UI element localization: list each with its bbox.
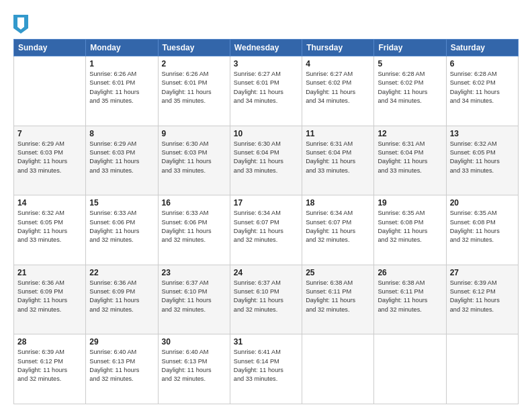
day-number: 14 xyxy=(17,198,82,208)
day-info: Sunrise: 6:38 AMSunset: 6:11 PMDaylight:… xyxy=(306,279,370,314)
calendar-cell: 23Sunrise: 6:37 AMSunset: 6:10 PMDayligh… xyxy=(158,265,230,334)
day-number: 19 xyxy=(378,198,442,208)
calendar-cell: 27Sunrise: 6:39 AMSunset: 6:12 PMDayligh… xyxy=(446,265,518,334)
day-number: 13 xyxy=(450,129,515,138)
day-info: Sunrise: 6:32 AMSunset: 6:05 PMDaylight:… xyxy=(450,140,515,175)
calendar-cell: 13Sunrise: 6:32 AMSunset: 6:05 PMDayligh… xyxy=(446,126,518,195)
day-number: 7 xyxy=(17,129,82,138)
day-number: 31 xyxy=(234,337,298,347)
day-info: Sunrise: 6:30 AMSunset: 6:04 PMDaylight:… xyxy=(234,140,298,175)
day-number: 22 xyxy=(89,268,154,277)
day-info: Sunrise: 6:29 AMSunset: 6:03 PMDaylight:… xyxy=(17,140,82,175)
day-info: Sunrise: 6:35 AMSunset: 6:08 PMDaylight:… xyxy=(450,209,515,244)
day-number: 21 xyxy=(17,268,82,277)
logo xyxy=(13,15,31,34)
day-number: 4 xyxy=(306,59,370,68)
day-number: 25 xyxy=(306,268,370,277)
day-info: Sunrise: 6:31 AMSunset: 6:04 PMDaylight:… xyxy=(306,140,370,175)
calendar-cell: 11Sunrise: 6:31 AMSunset: 6:04 PMDayligh… xyxy=(302,126,374,195)
day-info: Sunrise: 6:28 AMSunset: 6:02 PMDaylight:… xyxy=(378,70,442,105)
calendar-week-2: 7Sunrise: 6:29 AMSunset: 6:03 PMDaylight… xyxy=(14,126,519,195)
logo-icon xyxy=(13,15,28,34)
day-number: 23 xyxy=(162,268,226,277)
calendar-cell xyxy=(446,334,518,404)
day-number: 10 xyxy=(234,129,298,138)
calendar-table: SundayMondayTuesdayWednesdayThursdayFrid… xyxy=(13,39,519,404)
calendar-cell: 10Sunrise: 6:30 AMSunset: 6:04 PMDayligh… xyxy=(230,126,302,195)
day-info: Sunrise: 6:26 AMSunset: 6:01 PMDaylight:… xyxy=(89,70,154,105)
col-header-sunday: Sunday xyxy=(14,40,86,56)
col-header-thursday: Thursday xyxy=(302,40,374,56)
calendar-cell: 18Sunrise: 6:34 AMSunset: 6:07 PMDayligh… xyxy=(302,195,374,265)
day-number: 27 xyxy=(450,268,515,277)
calendar-week-5: 28Sunrise: 6:39 AMSunset: 6:12 PMDayligh… xyxy=(14,334,519,404)
calendar-cell: 22Sunrise: 6:36 AMSunset: 6:09 PMDayligh… xyxy=(86,265,158,334)
day-number: 30 xyxy=(162,337,226,347)
calendar-cell: 25Sunrise: 6:38 AMSunset: 6:11 PMDayligh… xyxy=(302,265,374,334)
day-info: Sunrise: 6:40 AMSunset: 6:13 PMDaylight:… xyxy=(162,348,226,383)
day-number: 26 xyxy=(378,268,442,277)
day-number: 29 xyxy=(89,337,154,347)
header xyxy=(13,12,519,34)
calendar-cell: 7Sunrise: 6:29 AMSunset: 6:03 PMDaylight… xyxy=(14,126,86,195)
day-info: Sunrise: 6:28 AMSunset: 6:02 PMDaylight:… xyxy=(450,70,515,105)
calendar-cell xyxy=(14,56,86,126)
col-header-monday: Monday xyxy=(86,40,158,56)
day-info: Sunrise: 6:33 AMSunset: 6:06 PMDaylight:… xyxy=(162,209,226,244)
col-header-tuesday: Tuesday xyxy=(158,40,230,56)
day-info: Sunrise: 6:30 AMSunset: 6:03 PMDaylight:… xyxy=(162,140,226,175)
day-info: Sunrise: 6:40 AMSunset: 6:13 PMDaylight:… xyxy=(89,348,154,383)
calendar-cell: 4Sunrise: 6:27 AMSunset: 6:02 PMDaylight… xyxy=(302,56,374,126)
calendar-cell: 17Sunrise: 6:34 AMSunset: 6:07 PMDayligh… xyxy=(230,195,302,265)
day-info: Sunrise: 6:34 AMSunset: 6:07 PMDaylight:… xyxy=(234,209,298,244)
day-number: 2 xyxy=(162,59,226,68)
calendar-cell: 5Sunrise: 6:28 AMSunset: 6:02 PMDaylight… xyxy=(374,56,446,126)
calendar-cell: 19Sunrise: 6:35 AMSunset: 6:08 PMDayligh… xyxy=(374,195,446,265)
day-info: Sunrise: 6:36 AMSunset: 6:09 PMDaylight:… xyxy=(17,279,82,314)
calendar-cell: 28Sunrise: 6:39 AMSunset: 6:12 PMDayligh… xyxy=(14,334,86,404)
day-number: 3 xyxy=(234,59,298,68)
calendar-cell: 8Sunrise: 6:29 AMSunset: 6:03 PMDaylight… xyxy=(86,126,158,195)
calendar-cell: 16Sunrise: 6:33 AMSunset: 6:06 PMDayligh… xyxy=(158,195,230,265)
day-number: 8 xyxy=(89,129,154,138)
day-info: Sunrise: 6:35 AMSunset: 6:08 PMDaylight:… xyxy=(378,209,442,244)
day-info: Sunrise: 6:39 AMSunset: 6:12 PMDaylight:… xyxy=(450,279,515,314)
day-number: 11 xyxy=(306,129,370,138)
day-number: 15 xyxy=(89,198,154,208)
calendar-week-1: 1Sunrise: 6:26 AMSunset: 6:01 PMDaylight… xyxy=(14,56,519,126)
calendar-cell: 6Sunrise: 6:28 AMSunset: 6:02 PMDaylight… xyxy=(446,56,518,126)
calendar-cell: 9Sunrise: 6:30 AMSunset: 6:03 PMDaylight… xyxy=(158,126,230,195)
day-info: Sunrise: 6:37 AMSunset: 6:10 PMDaylight:… xyxy=(162,279,226,314)
calendar-cell xyxy=(302,334,374,404)
calendar-cell: 24Sunrise: 6:37 AMSunset: 6:10 PMDayligh… xyxy=(230,265,302,334)
day-number: 9 xyxy=(162,129,226,138)
day-info: Sunrise: 6:29 AMSunset: 6:03 PMDaylight:… xyxy=(89,140,154,175)
calendar-cell: 12Sunrise: 6:31 AMSunset: 6:04 PMDayligh… xyxy=(374,126,446,195)
calendar-cell: 26Sunrise: 6:38 AMSunset: 6:11 PMDayligh… xyxy=(374,265,446,334)
calendar-cell: 21Sunrise: 6:36 AMSunset: 6:09 PMDayligh… xyxy=(14,265,86,334)
day-number: 16 xyxy=(162,198,226,208)
day-info: Sunrise: 6:37 AMSunset: 6:10 PMDaylight:… xyxy=(234,279,298,314)
day-number: 17 xyxy=(234,198,298,208)
day-info: Sunrise: 6:39 AMSunset: 6:12 PMDaylight:… xyxy=(17,348,82,383)
calendar-cell xyxy=(374,334,446,404)
day-number: 20 xyxy=(450,198,515,208)
day-number: 24 xyxy=(234,268,298,277)
calendar-header-row: SundayMondayTuesdayWednesdayThursdayFrid… xyxy=(14,40,519,56)
day-number: 18 xyxy=(306,198,370,208)
day-info: Sunrise: 6:27 AMSunset: 6:01 PMDaylight:… xyxy=(234,70,298,105)
day-number: 6 xyxy=(450,59,515,68)
day-info: Sunrise: 6:32 AMSunset: 6:05 PMDaylight:… xyxy=(17,209,82,244)
calendar-cell: 29Sunrise: 6:40 AMSunset: 6:13 PMDayligh… xyxy=(86,334,158,404)
day-number: 1 xyxy=(89,59,154,68)
calendar-cell: 31Sunrise: 6:41 AMSunset: 6:14 PMDayligh… xyxy=(230,334,302,404)
day-info: Sunrise: 6:41 AMSunset: 6:14 PMDaylight:… xyxy=(234,348,298,383)
calendar-cell: 30Sunrise: 6:40 AMSunset: 6:13 PMDayligh… xyxy=(158,334,230,404)
col-header-saturday: Saturday xyxy=(446,40,518,56)
day-number: 5 xyxy=(378,59,442,68)
calendar-week-4: 21Sunrise: 6:36 AMSunset: 6:09 PMDayligh… xyxy=(14,265,519,334)
day-info: Sunrise: 6:34 AMSunset: 6:07 PMDaylight:… xyxy=(306,209,370,244)
calendar-cell: 3Sunrise: 6:27 AMSunset: 6:01 PMDaylight… xyxy=(230,56,302,126)
col-header-wednesday: Wednesday xyxy=(230,40,302,56)
day-info: Sunrise: 6:38 AMSunset: 6:11 PMDaylight:… xyxy=(378,279,442,314)
